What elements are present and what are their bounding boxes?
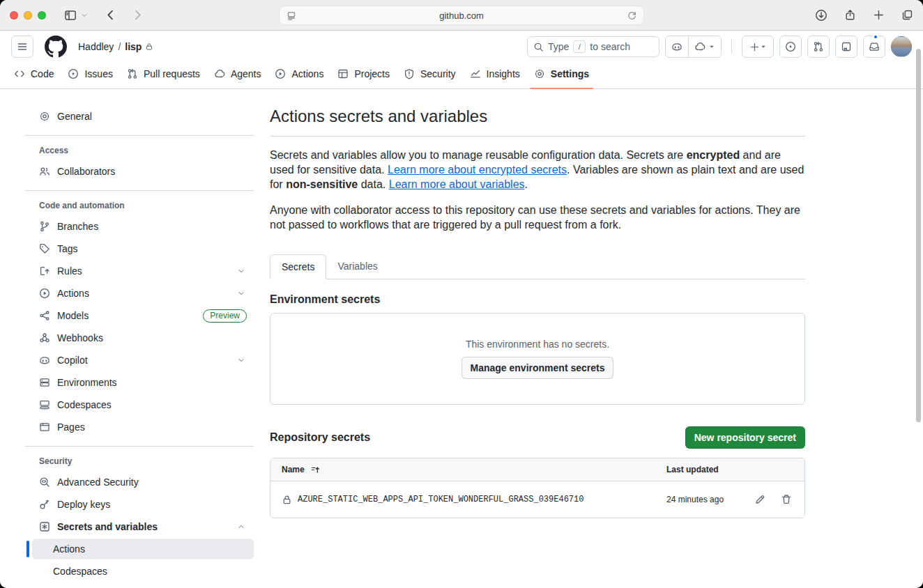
- chevron-down-icon: [237, 267, 245, 275]
- table-row: AZURE_STATIC_WEB_APPS_API_TOKEN_WONDERFU…: [270, 481, 804, 518]
- sidebar-item-pages[interactable]: Pages: [32, 417, 254, 438]
- tab-label: Security: [420, 68, 456, 79]
- sidebar-item-environments[interactable]: Environments: [32, 372, 254, 393]
- pull-requests-button[interactable]: [807, 36, 830, 58]
- tab-agents[interactable]: Agents: [208, 63, 267, 85]
- encrypted-secrets-link[interactable]: Learn more about encrypted secrets: [388, 164, 567, 176]
- copilot-agents-dropdown[interactable]: [689, 36, 721, 57]
- github-logo[interactable]: [45, 36, 67, 58]
- avatar[interactable]: [891, 36, 912, 57]
- intro-text: data.: [358, 178, 388, 190]
- sidebar-item-deploy-keys[interactable]: Deploy keys: [32, 494, 254, 515]
- sidebar-item-label: Branches: [57, 221, 98, 232]
- table-header-row: Name Last updated: [270, 458, 804, 481]
- copilot-button[interactable]: [666, 36, 688, 57]
- variables-link[interactable]: Learn more about variables: [389, 178, 525, 190]
- secret-name: AZURE_STATIC_WEB_APPS_API_TOKEN_WONDERFU…: [298, 495, 583, 504]
- sidebar-item-actions[interactable]: Actions: [32, 283, 254, 304]
- tab-insights[interactable]: Insights: [464, 63, 526, 85]
- manage-environment-secrets-button[interactable]: Manage environment secrets: [462, 357, 614, 379]
- close-window-button[interactable]: [10, 11, 18, 20]
- sidebar-toggle-icon[interactable]: [64, 9, 77, 22]
- reload-icon[interactable]: [627, 10, 637, 21]
- sidebar-item-branches[interactable]: Branches: [32, 216, 254, 237]
- intro-paragraph: Secrets and variables allow you to manag…: [270, 148, 805, 192]
- caret-down-icon: [760, 43, 767, 50]
- git-pull-request-icon: [127, 68, 138, 79]
- sidebar-item-label: Models: [57, 310, 89, 321]
- new-repository-secret-button[interactable]: New repository secret: [685, 426, 805, 449]
- tab-code[interactable]: Code: [8, 63, 59, 85]
- forward-button[interactable]: [132, 9, 144, 21]
- intro-bold: encrypted: [687, 149, 740, 161]
- notifications-button[interactable]: [863, 36, 885, 58]
- sidebar-item-codespaces[interactable]: Codespaces: [32, 394, 254, 415]
- search-input[interactable]: Type / to search: [527, 36, 659, 57]
- tab-security[interactable]: Security: [398, 63, 462, 85]
- sidebar-item-label: Actions: [53, 543, 85, 555]
- issues-button[interactable]: [779, 36, 802, 58]
- breadcrumb-repo[interactable]: lisp: [125, 41, 142, 52]
- delete-secret-button[interactable]: [781, 494, 792, 505]
- tab-label: Projects: [354, 68, 390, 79]
- share-icon[interactable]: [844, 9, 856, 21]
- downloads-icon[interactable]: [815, 9, 827, 22]
- tab-settings[interactable]: Settings: [528, 63, 595, 85]
- tab-pull-requests[interactable]: Pull requests: [121, 63, 206, 85]
- sidebar-item-label: Copilot: [57, 355, 88, 366]
- address-bar[interactable]: github.com: [279, 6, 644, 25]
- pencil-icon: [754, 494, 765, 505]
- tab-actions[interactable]: Actions: [269, 63, 329, 85]
- search-code-icon: [39, 477, 50, 488]
- code-icon: [14, 68, 25, 79]
- tab-variables[interactable]: Variables: [326, 254, 388, 279]
- sidebar-item-general[interactable]: General: [32, 106, 254, 127]
- sidebar-section-security: Security: [39, 456, 254, 466]
- sidebar-item-collaborators[interactable]: Collaborators: [32, 161, 254, 182]
- sidebar-subitem-codespaces[interactable]: Codespaces: [32, 561, 254, 582]
- search-icon: [533, 42, 544, 52]
- browser-toolbar: github.com: [0, 0, 923, 31]
- hamburger-menu-button[interactable]: [11, 36, 33, 58]
- sidebar-item-models[interactable]: Models Preview: [32, 305, 254, 326]
- people-icon: [39, 166, 50, 177]
- edit-secret-button[interactable]: [754, 494, 765, 505]
- scrollbar[interactable]: [916, 49, 921, 422]
- column-name[interactable]: Name: [282, 465, 305, 474]
- environment-secrets-box: This environment has no secrets. Manage …: [270, 313, 805, 405]
- back-button[interactable]: [105, 9, 116, 21]
- gear-icon: [534, 68, 545, 79]
- sidebar-item-rules[interactable]: Rules: [32, 261, 254, 281]
- sidebar-chevron-icon[interactable]: [81, 12, 88, 19]
- tab-label: Issues: [84, 68, 112, 79]
- breadcrumb-owner[interactable]: Haddley: [78, 41, 114, 52]
- minimize-window-button[interactable]: [24, 11, 32, 20]
- tab-secrets[interactable]: Secrets: [270, 254, 326, 279]
- sidebar-subitem-actions[interactable]: Actions: [32, 539, 254, 559]
- sidebar-item-tags[interactable]: Tags: [32, 238, 254, 259]
- sidebar-item-advanced-security[interactable]: Advanced Security: [32, 472, 254, 493]
- new-tab-icon[interactable]: [873, 9, 885, 21]
- tab-projects[interactable]: Projects: [332, 63, 395, 85]
- repo-nav: Code Issues Pull requests Agents Actions…: [0, 59, 923, 89]
- chevron-up-icon: [237, 523, 245, 531]
- git-pull-request-icon: [813, 41, 824, 52]
- sidebar-item-secrets-and-variables[interactable]: Secrets and variables: [32, 516, 254, 537]
- shield-icon: [404, 68, 415, 79]
- sort-ascending-icon[interactable]: [310, 465, 321, 475]
- sidebar-item-label: Codespaces: [57, 399, 112, 410]
- search-placeholder-prefix: Type: [548, 41, 569, 52]
- play-circle-icon: [39, 288, 50, 299]
- sidebar-item-webhooks[interactable]: Webhooks: [32, 327, 254, 348]
- graph-icon: [470, 68, 481, 79]
- asterisk-box-icon: [39, 521, 50, 532]
- lock-icon: [282, 495, 292, 505]
- create-new-dropdown[interactable]: [742, 36, 774, 58]
- saved-items-button[interactable]: [835, 36, 857, 58]
- sidebar-item-copilot[interactable]: Copilot: [32, 350, 254, 371]
- sidebar-item-label: Tags: [57, 243, 78, 254]
- tab-issues[interactable]: Issues: [62, 63, 118, 85]
- page-settings-icon[interactable]: [286, 10, 297, 22]
- tab-overview-icon[interactable]: [901, 9, 913, 21]
- zoom-window-button[interactable]: [38, 11, 46, 20]
